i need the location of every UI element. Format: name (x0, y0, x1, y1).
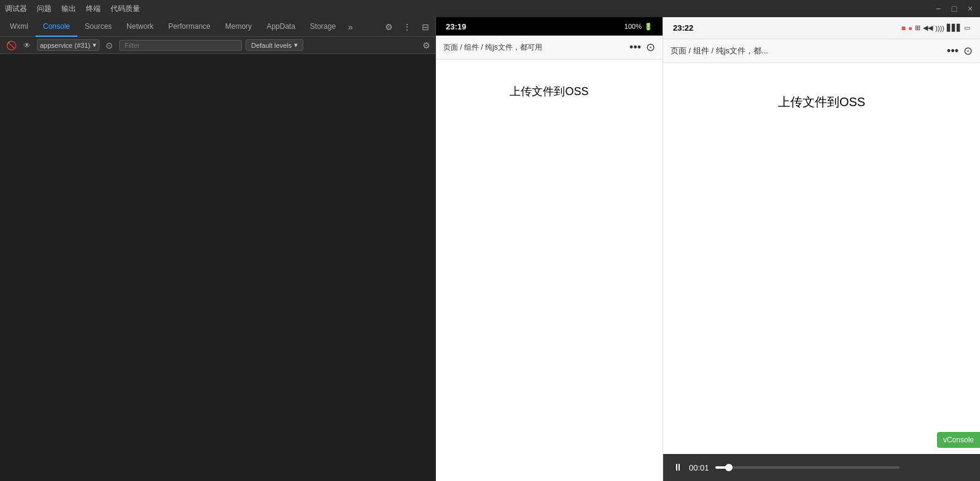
phone-status-bar-right: 23:22 ■ ● ⊞ ◀◀ )))) ▋▋▋ ▭ (663, 17, 980, 39)
title-bar-menu: 调试器 问题 输出 终端 代码质量 (5, 4, 140, 14)
main-layout: Wxml Console Sources Network Performance… (0, 17, 980, 481)
devtools-panel: Wxml Console Sources Network Performance… (0, 17, 436, 481)
console-settings-icon[interactable]: ⚙ (422, 40, 430, 50)
notification-icon: ⊞ (915, 24, 920, 32)
nav-icons-right: ••• ⊙ (947, 44, 973, 58)
media-bar: ⏸ 00:01 (663, 454, 980, 481)
console-content (0, 54, 435, 481)
vconsole-button[interactable]: vConsole (937, 432, 980, 448)
simulator-left: 23:19 100% 🔋 页面 / 组件 / 纯js文件，都可用 ••• ⊙ 上… (436, 17, 663, 481)
tab-memory[interactable]: Memory (218, 17, 259, 37)
page-content-right: 上传文件到OSS (663, 63, 980, 481)
tab-action-icons: ⚙ ⋮ ⊟ (381, 20, 433, 34)
page-content-left: 上传文件到OSS (436, 60, 663, 481)
phone-status-icons-right: ■ ● ⊞ ◀◀ )))) ▋▋▋ ▭ (901, 24, 970, 33)
minimize-button[interactable]: − (933, 4, 943, 13)
target-icon[interactable]: ⊙ (103, 39, 115, 52)
wifi-icon: )))) (935, 25, 944, 32)
service-selector[interactable]: appservice (#31) ▾ (37, 39, 99, 51)
battery-icon-right: ▭ (964, 24, 970, 32)
title-bar: 调试器 问题 输出 终端 代码质量 − □ × (0, 0, 980, 17)
tab-appdata[interactable]: AppData (259, 17, 303, 37)
menu-debugger[interactable]: 调试器 (5, 4, 27, 14)
close-button[interactable]: × (965, 4, 975, 13)
prohibit-icon[interactable]: 🚫 (5, 39, 17, 52)
media-time: 00:01 (689, 463, 709, 472)
nav-bar-right: 页面 / 组件 / 纯js文件，都... ••• ⊙ (663, 39, 980, 63)
default-levels-dropdown[interactable]: Default levels ▾ (246, 39, 303, 51)
stop-indicator: ● (908, 24, 912, 33)
menu-output[interactable]: 输出 (61, 4, 76, 14)
nav-bar-left: 页面 / 组件 / 纯js文件，都可用 ••• ⊙ (436, 36, 663, 60)
service-selector-label: appservice (#31) (40, 42, 90, 49)
devtools-tab-bar: Wxml Console Sources Network Performance… (0, 17, 435, 37)
signal-icon: ▋▋▋ (947, 24, 962, 32)
tab-network[interactable]: Network (119, 17, 161, 37)
service-selector-arrow: ▾ (93, 41, 96, 49)
default-levels-arrow: ▾ (294, 41, 298, 49)
media-progress-slider[interactable] (715, 466, 900, 469)
battery-icon-left: 🔋 (644, 23, 653, 31)
nav-dots-left[interactable]: ••• (629, 41, 641, 54)
nav-breadcrumb-left: 页面 / 组件 / 纯js文件，都可用 (443, 42, 542, 53)
simulator-right: 23:22 ■ ● ⊞ ◀◀ )))) ▋▋▋ ▭ 页面 / 组件 / 纯js文… (663, 17, 980, 481)
page-title-right: 上传文件到OSS (778, 94, 865, 110)
maximize-button[interactable]: □ (949, 4, 959, 13)
volume-icon: ◀◀ (923, 24, 933, 32)
menu-terminal[interactable]: 终端 (86, 4, 101, 14)
menu-codequality[interactable]: 代码质量 (111, 4, 140, 14)
dock-icon[interactable]: ⊟ (418, 20, 433, 34)
settings-icon[interactable]: ⚙ (381, 20, 396, 34)
tab-storage[interactable]: Storage (303, 17, 343, 37)
phone-status-bar-left: 23:19 100% 🔋 (436, 17, 663, 36)
eye-icon[interactable]: 👁 (21, 39, 33, 52)
record-indicator: ■ (901, 24, 906, 33)
nav-breadcrumb-right: 页面 / 组件 / 纯js文件，都... (671, 45, 768, 56)
default-levels-label: Default levels (251, 42, 292, 49)
battery-percent-left: 100% (624, 23, 642, 30)
tab-wxml[interactable]: Wxml (2, 17, 36, 37)
page-title-left: 上传文件到OSS (510, 84, 588, 99)
tab-console[interactable]: Console (36, 17, 77, 37)
filter-input[interactable] (119, 40, 242, 51)
phone-time-left: 23:19 (446, 22, 466, 31)
nav-target-right[interactable]: ⊙ (963, 44, 973, 58)
console-toolbar: 🚫 👁 appservice (#31) ▾ ⊙ Default levels … (0, 37, 435, 54)
nav-icons-left: ••• ⊙ (629, 40, 655, 54)
pause-button[interactable]: ⏸ (673, 462, 683, 473)
media-slider-thumb (725, 464, 733, 471)
tab-performance[interactable]: Performance (161, 17, 218, 37)
phone-time-right: 23:22 (673, 23, 693, 33)
tab-more-button[interactable]: » (343, 22, 358, 32)
nav-dots-right[interactable]: ••• (947, 45, 959, 58)
kebab-menu-icon[interactable]: ⋮ (400, 20, 414, 34)
window-controls: − □ × (933, 4, 975, 13)
menu-issues[interactable]: 问题 (37, 4, 52, 14)
nav-target-left[interactable]: ⊙ (646, 40, 655, 54)
tab-sources[interactable]: Sources (77, 17, 119, 37)
phone-status-icons-left: 100% 🔋 (624, 23, 653, 31)
